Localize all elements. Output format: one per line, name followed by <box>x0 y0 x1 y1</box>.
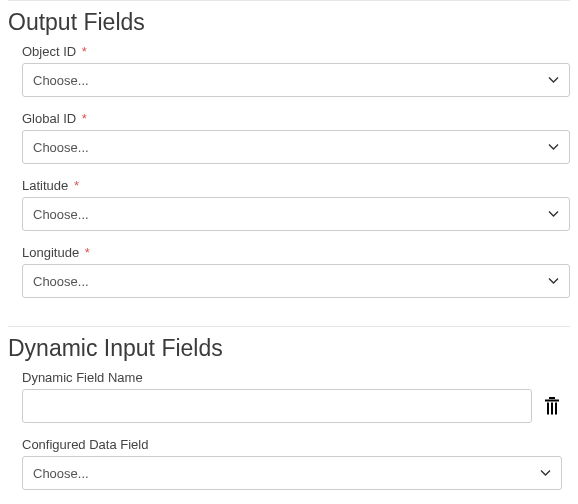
dynamic-input-section: Dynamic Input Fields Dynamic Field Name … <box>0 327 578 504</box>
latitude-label-text: Latitude <box>22 178 68 193</box>
chevron-down-icon <box>548 278 559 285</box>
required-marker: * <box>85 245 90 260</box>
global-id-field: Global ID * Choose... <box>22 111 570 164</box>
global-id-select-value: Choose... <box>33 140 89 155</box>
latitude-select-value: Choose... <box>33 207 89 222</box>
svg-rect-2 <box>547 403 549 415</box>
svg-rect-1 <box>549 397 555 399</box>
longitude-label: Longitude * <box>22 245 570 260</box>
object-id-field: Object ID * Choose... <box>22 44 570 97</box>
dynamic-field-name-block: Dynamic Field Name <box>22 370 562 423</box>
required-marker: * <box>74 178 79 193</box>
global-id-label: Global ID * <box>22 111 570 126</box>
chevron-down-icon <box>548 77 559 84</box>
latitude-select[interactable]: Choose... <box>22 197 570 231</box>
required-marker: * <box>82 44 87 59</box>
object-id-label: Object ID * <box>22 44 570 59</box>
chevron-down-icon <box>548 211 559 218</box>
global-id-select[interactable]: Choose... <box>22 130 570 164</box>
svg-rect-3 <box>551 403 553 415</box>
dynamic-field-name-input[interactable] <box>22 389 532 423</box>
object-id-select[interactable]: Choose... <box>22 63 570 97</box>
longitude-select-value: Choose... <box>33 274 89 289</box>
configured-data-field-select[interactable]: Choose... <box>22 456 562 490</box>
global-id-label-text: Global ID <box>22 111 76 126</box>
output-fields-section: Output Fields Object ID * Choose... Glob… <box>0 1 578 326</box>
svg-rect-4 <box>555 403 557 415</box>
chevron-down-icon <box>548 144 559 151</box>
trash-icon[interactable] <box>542 395 562 417</box>
output-fields-title: Output Fields <box>8 9 570 36</box>
configured-data-field-label: Configured Data Field <box>22 437 562 452</box>
configured-data-field-block: Configured Data Field Choose... <box>22 437 562 490</box>
svg-rect-0 <box>545 400 559 402</box>
longitude-select[interactable]: Choose... <box>22 264 570 298</box>
configured-data-field-value: Choose... <box>33 466 89 481</box>
latitude-label: Latitude * <box>22 178 570 193</box>
longitude-field: Longitude * Choose... <box>22 245 570 298</box>
dynamic-field-name-label: Dynamic Field Name <box>22 370 562 385</box>
required-marker: * <box>82 111 87 126</box>
object-id-select-value: Choose... <box>33 73 89 88</box>
object-id-label-text: Object ID <box>22 44 76 59</box>
latitude-field: Latitude * Choose... <box>22 178 570 231</box>
longitude-label-text: Longitude <box>22 245 79 260</box>
dynamic-input-title: Dynamic Input Fields <box>8 335 570 362</box>
chevron-down-icon <box>540 470 551 477</box>
